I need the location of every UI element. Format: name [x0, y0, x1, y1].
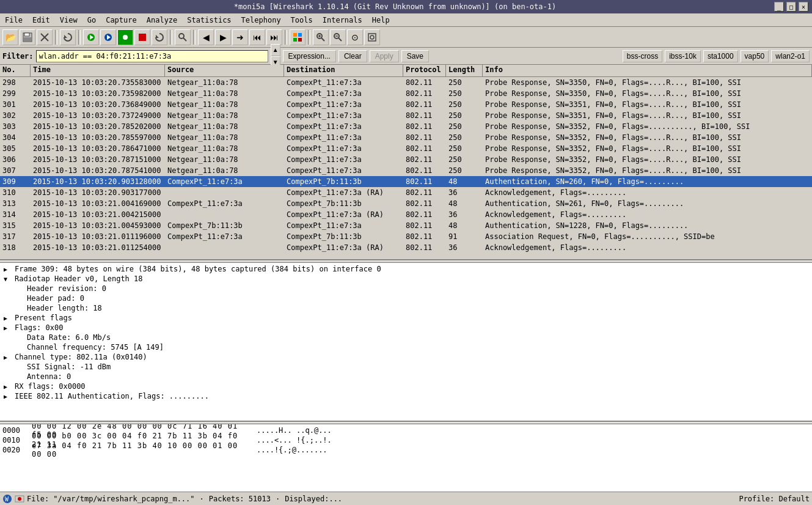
- packet-row[interactable]: 302 2015-10-13 10:03:20.737249000 Netgea…: [0, 110, 812, 121]
- col-header-len[interactable]: Length: [446, 65, 483, 76]
- menu-capture[interactable]: Capture: [101, 15, 142, 25]
- capture-start-button[interactable]: [117, 29, 133, 45]
- menu-view[interactable]: View: [55, 15, 82, 25]
- filter-up-button[interactable]: ▲: [271, 44, 280, 56]
- menu-analyze[interactable]: Analyze: [142, 15, 183, 25]
- quick-filter-sta1000[interactable]: sta1000: [703, 50, 738, 62]
- packet-row[interactable]: 303 2015-10-13 10:03:20.785202000 Netgea…: [0, 121, 812, 132]
- detail-item[interactable]: Header pad: 0: [1, 293, 811, 303]
- col-header-info[interactable]: Info: [483, 65, 812, 76]
- packet-row[interactable]: 314 2015-10-13 10:03:21.004215000 Compex…: [0, 209, 812, 220]
- apply-filter-button[interactable]: Apply: [370, 50, 399, 62]
- go-to-packet-button[interactable]: ➜: [232, 29, 248, 45]
- packet-row[interactable]: 315 2015-10-13 10:03:21.004593000 Compex…: [0, 220, 812, 231]
- detail-item[interactable]: Header revision: 0: [1, 284, 811, 293]
- window-controls[interactable]: _ □ ×: [774, 2, 808, 12]
- detail-text: Header pad: 0: [27, 294, 84, 303]
- cell-info: Authentication, SN=260, FN=0, Flags=....…: [483, 177, 812, 186]
- cell-time: 2015-10-13 10:03:21.004215000: [31, 210, 165, 219]
- detail-item[interactable]: ▶ Present flags: [1, 313, 811, 323]
- col-header-time[interactable]: Time: [31, 65, 165, 76]
- menu-edit[interactable]: Edit: [27, 15, 55, 25]
- detail-item[interactable]: SSI Signal: -11 dBm: [1, 362, 811, 372]
- go-forward-button[interactable]: ▶: [215, 29, 231, 45]
- packet-list[interactable]: 298 2015-10-13 10:03:20.735583000 Netgea…: [0, 77, 812, 259]
- capture-options-button[interactable]: [100, 29, 116, 45]
- cell-time: 2015-10-13 10:03:20.787151000: [31, 155, 165, 164]
- packet-row[interactable]: 304 2015-10-13 10:03:20.785597000 Netgea…: [0, 132, 812, 143]
- packet-row[interactable]: 298 2015-10-13 10:03:20.735583000 Netgea…: [0, 77, 812, 88]
- colorize-button[interactable]: [290, 29, 305, 45]
- close-button[interactable]: ×: [799, 2, 808, 12]
- close-capture-button[interactable]: [37, 29, 53, 45]
- packet-row[interactable]: 307 2015-10-13 10:03:20.787541000 Netgea…: [0, 165, 812, 176]
- menu-go[interactable]: Go: [82, 15, 101, 25]
- zoom-in-button[interactable]: [313, 29, 329, 45]
- col-header-no[interactable]: No.: [0, 65, 31, 76]
- detail-item[interactable]: ▶ RX flags: 0x0000: [1, 382, 811, 391]
- packet-row[interactable]: 317 2015-10-13 10:03:21.011196000 Compex…: [0, 231, 812, 242]
- clear-filter-button[interactable]: Clear: [338, 50, 367, 62]
- menu-telephony[interactable]: Telephony: [236, 15, 286, 25]
- detail-text: Channel type: 802.11a (0x0140): [15, 353, 147, 361]
- cell-time: 2015-10-13 10:03:20.735583000: [31, 78, 165, 87]
- menu-statistics[interactable]: Statistics: [182, 15, 236, 25]
- detail-text: Header length: 18: [27, 304, 102, 312]
- detail-item[interactable]: Antenna: 0: [1, 372, 811, 382]
- col-header-source[interactable]: Source: [165, 65, 284, 76]
- capture-reload-button[interactable]: [60, 29, 76, 45]
- cell-time: 2015-10-13 10:03:21.011254000: [31, 243, 165, 252]
- zoom-out-button[interactable]: [330, 29, 346, 45]
- menu-help[interactable]: Help: [367, 15, 395, 25]
- go-back-button[interactable]: ◀: [198, 29, 214, 45]
- quick-filter-vap50[interactable]: vap50: [741, 50, 769, 62]
- go-last-button[interactable]: ⏭: [266, 29, 282, 45]
- minimize-button[interactable]: _: [774, 2, 784, 12]
- quick-filter-ibss-10k[interactable]: ibss-10k: [665, 50, 701, 62]
- detail-item[interactable]: Channel frequency: 5745 [A 149]: [1, 342, 811, 352]
- menu-file[interactable]: File: [0, 15, 27, 25]
- detail-item[interactable]: ▼ Radiotap Header v0, Length 18: [1, 274, 811, 284]
- packet-row[interactable]: 313 2015-10-13 10:03:21.004169000 Compex…: [0, 198, 812, 209]
- detail-item[interactable]: Header length: 18: [1, 303, 811, 313]
- packet-row[interactable]: 305 2015-10-13 10:03:20.786471000 Netgea…: [0, 143, 812, 154]
- detail-item[interactable]: ▶ Channel type: 802.11a (0x0140): [1, 352, 811, 362]
- packet-row[interactable]: 309 2015-10-13 10:03:20.903128000 Compex…: [0, 176, 812, 187]
- filter-input[interactable]: [36, 50, 268, 62]
- detail-item[interactable]: ▶ Flags: 0x00: [1, 323, 811, 333]
- separator-2: [78, 30, 81, 45]
- col-header-dest[interactable]: Destination: [284, 65, 403, 76]
- go-first-button[interactable]: ⏮: [249, 29, 265, 45]
- normal-size-button[interactable]: ⊙: [347, 29, 363, 45]
- cell-info: Probe Response, SN=3352, FN=0, Flags=...…: [483, 122, 812, 131]
- packet-row[interactable]: 310 2015-10-13 10:03:20.903177000 Compex…: [0, 187, 812, 198]
- save-filter-button[interactable]: Save: [401, 50, 429, 62]
- detail-item[interactable]: ▶ IEEE 802.11 Authentication, Flags: ...…: [1, 391, 811, 401]
- cell-no: 303: [0, 122, 31, 131]
- menu-internals[interactable]: Internals: [318, 15, 367, 25]
- packet-row[interactable]: 306 2015-10-13 10:03:20.787151000 Netgea…: [0, 154, 812, 165]
- open-capture-button[interactable]: 📂: [2, 29, 18, 45]
- save-capture-button[interactable]: [20, 29, 35, 45]
- cell-source: Netgear_11:0a:78: [165, 122, 284, 131]
- col-header-proto[interactable]: Protocol: [403, 65, 446, 76]
- svg-rect-1: [24, 33, 29, 36]
- packet-row[interactable]: 318 2015-10-13 10:03:21.011254000 Compex…: [0, 242, 812, 253]
- capture-stop-button[interactable]: [134, 29, 150, 45]
- detail-item[interactable]: Data Rate: 6.0 Mb/s: [1, 333, 811, 342]
- expression-button[interactable]: Expression...: [283, 50, 336, 62]
- svg-marker-13: [156, 35, 159, 38]
- quick-filter-bss-cross[interactable]: bss-cross: [623, 50, 662, 62]
- menu-tools[interactable]: Tools: [286, 15, 318, 25]
- quick-filter-wlan2-o1[interactable]: wlan2-o1: [771, 50, 810, 62]
- find-packet-button[interactable]: [175, 29, 191, 45]
- zoom-fit-button[interactable]: [364, 29, 380, 45]
- cell-time: 2015-10-13 10:03:20.785597000: [31, 133, 165, 142]
- detail-item[interactable]: ▶ Frame 309: 48 bytes on wire (384 bits)…: [1, 264, 811, 274]
- capture-restart-button[interactable]: [152, 29, 167, 45]
- capture-interfaces-button[interactable]: [83, 29, 99, 45]
- maximize-button[interactable]: □: [786, 2, 796, 12]
- tree-toggle: ▶: [4, 354, 13, 361]
- packet-row[interactable]: 299 2015-10-13 10:03:20.735982000 Netgea…: [0, 88, 812, 99]
- packet-row[interactable]: 301 2015-10-13 10:03:20.736849000 Netgea…: [0, 99, 812, 110]
